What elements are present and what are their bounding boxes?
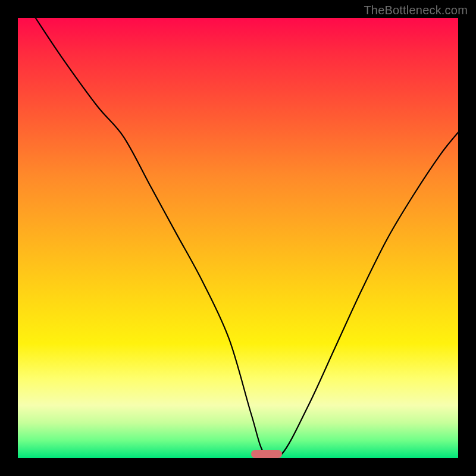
plot-area [18, 18, 458, 458]
curve-path [36, 18, 458, 458]
watermark-text: TheBottleneck.com [364, 4, 468, 17]
stage: TheBottleneck.com [0, 0, 476, 476]
bottleneck-curve [18, 18, 458, 458]
optimum-marker [251, 450, 282, 458]
